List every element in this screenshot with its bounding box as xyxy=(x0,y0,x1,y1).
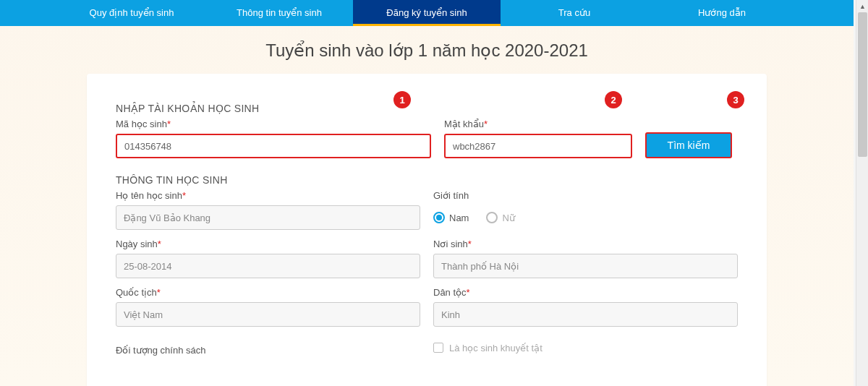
gender-male-radio[interactable]: Nam xyxy=(433,212,469,223)
ethnicity-input[interactable] xyxy=(433,302,738,327)
account-heading: NHẬP TÀI KHOẢN HỌC SINH xyxy=(116,103,738,114)
gender-female-radio[interactable]: Nữ xyxy=(486,212,514,223)
scrollbar-thumb[interactable] xyxy=(858,12,867,157)
nav-tra-cuu[interactable]: Tra cứu xyxy=(501,0,648,26)
student-info-heading: THÔNG TIN HỌC SINH xyxy=(116,174,738,186)
scroll-up-icon[interactable]: ▲ xyxy=(856,0,868,12)
student-code-label: Mã học sinh* xyxy=(116,119,431,129)
fullname-input[interactable] xyxy=(116,205,420,230)
disabled-checkbox[interactable] xyxy=(433,343,443,353)
annotation-badge-1: 1 xyxy=(393,91,411,108)
dob-input[interactable] xyxy=(116,254,420,278)
top-nav: Quy định tuyển sinh Thông tin tuyển sinh… xyxy=(0,0,854,26)
password-input[interactable] xyxy=(444,134,632,158)
search-button[interactable]: Tìm kiếm xyxy=(645,132,732,158)
nav-thong-tin[interactable]: Thông tin tuyển sinh xyxy=(205,0,353,26)
scrollbar-track[interactable]: ▲ xyxy=(856,0,868,386)
form-panel: 1 2 3 NHẬP TÀI KHOẢN HỌC SINH Mã học sin… xyxy=(87,74,767,386)
fullname-label: Họ tên học sinh* xyxy=(116,190,420,201)
student-code-input[interactable] xyxy=(116,134,431,158)
annotation-badge-2: 2 xyxy=(605,91,622,108)
birthplace-input[interactable] xyxy=(433,254,738,278)
nav-dang-ky[interactable]: Đăng ký tuyển sinh xyxy=(353,0,501,26)
nav-huong-dan[interactable]: Hướng dẫn xyxy=(648,0,796,26)
page-title: Tuyển sinh vào lớp 1 năm học 2020-2021 xyxy=(0,40,854,61)
password-label: Mật khẩu* xyxy=(444,119,632,129)
nav-quy-dinh[interactable]: Quy định tuyển sinh xyxy=(58,0,205,26)
policy-label: Đối tượng chính sách xyxy=(116,345,420,356)
nationality-input[interactable] xyxy=(116,302,420,327)
nationality-label: Quốc tịch* xyxy=(116,287,420,298)
birthplace-label: Nơi sinh* xyxy=(433,239,738,249)
disabled-label: Là học sinh khuyết tật xyxy=(449,343,542,353)
dob-label: Ngày sinh* xyxy=(116,239,420,249)
gender-label: Giới tính xyxy=(433,190,738,201)
ethnicity-label: Dân tộc* xyxy=(433,287,738,298)
annotation-badge-3: 3 xyxy=(727,91,744,108)
